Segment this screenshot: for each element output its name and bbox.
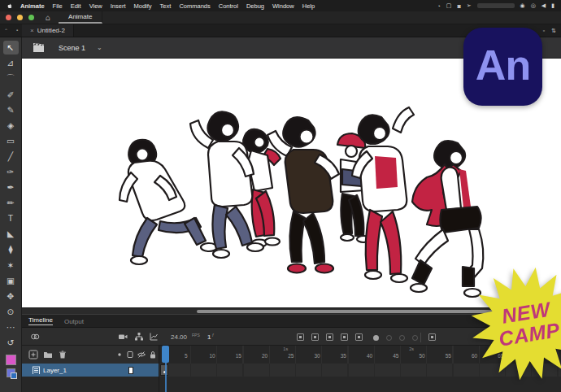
menu-view[interactable]: View [85,2,107,10]
new-layer-icon[interactable] [28,350,38,359]
stroke-fill-swap-icon[interactable] [7,368,15,377]
chevron-down-icon[interactable]: ⌄ [97,44,102,51]
paint-brush-tool[interactable]: ✑ [3,165,19,179]
menu-text[interactable]: Text [156,2,176,10]
toolbar-divider [420,333,421,342]
zoom-tool-icon: ⊙ [7,307,15,316]
menubar-status-icon[interactable]: ◔ [437,3,441,9]
line-tool[interactable]: ╱ [3,150,19,163]
menubar-status-area: ◔▢◙➢◉◎◀▮ [437,2,561,9]
new-folder-icon[interactable] [43,350,53,359]
edit-multiple-frames-icon[interactable] [355,333,363,341]
paint-bucket-tool-icon: ◣ [7,229,14,238]
hide-layers-eye-slash-icon[interactable] [137,350,146,359]
menu-insert[interactable]: Insert [107,2,130,10]
ruler-number: 10 [206,353,219,359]
pencil-tool[interactable]: ✏ [3,196,19,210]
onion-range-icon[interactable] [373,335,379,341]
ink-bottle-tool[interactable]: ⧫ [3,242,19,256]
onion-skin-outlines-icon[interactable] [341,333,348,341]
close-window-button[interactable] [6,15,11,20]
paint-bucket-tool[interactable]: ◣ [3,227,19,241]
onion-range-icon[interactable] [399,335,405,341]
home-icon[interactable]: ⌂ [46,13,50,22]
menu-modify[interactable]: Modify [130,2,156,10]
macos-menu-bar: Animate File Edit View Insert Modify Tex… [0,0,561,11]
an-logo-text: An [476,41,530,89]
playhead[interactable] [162,346,169,363]
tab-output[interactable]: Output [64,318,84,325]
hand-tool[interactable]: ✥ [3,290,19,303]
camera-tool[interactable]: ▣ [3,273,19,287]
subselection-tool[interactable]: ⊿ [3,56,19,70]
eraser-tool[interactable]: ◈ [3,118,19,132]
create-keyframe-icon[interactable] [428,333,436,341]
loop-playback-icon[interactable] [311,333,319,341]
rectangle-tool[interactable]: ▭ [3,134,19,148]
text-tool[interactable]: T [3,211,19,225]
menubar-status-icon[interactable]: ◉ [520,2,525,9]
menubar-status-icon[interactable]: ◀ [541,2,546,9]
menu-commands[interactable]: Commands [175,2,214,10]
menu-debug[interactable]: Debug [242,2,268,10]
menubar-status-icon[interactable]: ➢ [467,2,472,9]
asset-warp-tool[interactable]: ✶ [3,258,19,272]
ruler-seconds-label: 1s [283,346,288,351]
frame-rate-value[interactable]: 24.00 [171,333,187,341]
subselection-tool-icon: ⊿ [7,59,15,68]
menubar-status-icon[interactable]: ◙ [457,3,460,9]
advanced-layers-icon[interactable] [134,332,144,342]
current-frame-value[interactable]: 1 [207,333,211,341]
menu-control[interactable]: Control [215,2,242,10]
clapperboard-icon[interactable] [33,43,44,52]
tab-timeline[interactable]: Timeline [28,316,53,325]
center-frame-icon[interactable] [297,333,304,341]
minimize-window-button[interactable] [17,15,23,20]
maximize-window-button[interactable] [28,15,34,20]
more-tools[interactable]: ⋯ [3,320,19,334]
eraser-tool-icon: ◈ [7,121,14,130]
layer-row-header[interactable]: Layer_1 [22,364,159,377]
menubar-status-text [477,3,515,8]
show-all-dot-icon[interactable] [115,350,124,359]
panel-options-icon[interactable]: ▫ [543,28,545,34]
menubar-status-icon[interactable]: ▮ [551,2,554,9]
delete-layer-icon[interactable] [58,350,67,359]
selection-tool-icon: ↖ [7,43,15,52]
onion-skin-toggle-icon[interactable] [326,333,333,341]
layer-controls-header [22,346,159,364]
menu-animate[interactable]: Animate [16,2,49,10]
panel-collapse-icons[interactable]: ⌃▪ [0,28,22,33]
classic-brush-tool-icon: ✎ [7,106,15,115]
selection-tool[interactable]: ↖ [3,41,19,54]
ruler-number: 50 [415,353,428,359]
add-camera-icon[interactable] [118,332,128,342]
tool-options[interactable]: ↺ [3,336,19,350]
onion-range-icon[interactable] [386,335,392,341]
graph-editor-icon[interactable] [149,332,159,342]
menubar-status-icon[interactable]: ◎ [531,2,536,9]
onion-skin-icon[interactable] [30,332,40,342]
fill-color-swatch[interactable] [6,355,16,365]
fluid-brush-tool[interactable]: ✐ [3,87,19,101]
layer-outline-color-swatch[interactable] [128,367,133,374]
classic-brush-tool[interactable]: ✎ [3,102,19,116]
menu-edit[interactable]: Edit [67,2,85,10]
scene-breadcrumb[interactable]: Scene 1 [59,44,85,52]
layer-name[interactable]: Layer_1 [43,367,67,374]
close-document-icon[interactable]: × [30,27,34,34]
pen-tool[interactable]: ✒ [3,181,19,194]
zoom-tool[interactable]: ⊙ [3,305,19,319]
apple-menu-icon[interactable] [7,2,13,10]
menubar-status-icon[interactable]: ▢ [446,2,452,9]
lock-layers-icon[interactable] [148,350,158,359]
document-tab[interactable]: × Untitled-2 [22,24,74,37]
app-tab-animate[interactable]: Animate [59,11,102,24]
onion-range-icon[interactable] [412,335,418,341]
layer-camera-column-icon[interactable] [125,350,135,359]
menu-file[interactable]: File [49,2,67,10]
menu-window[interactable]: Window [268,2,298,10]
menu-help[interactable]: Help [298,2,319,10]
tab-scroll-icon[interactable]: ⇅ [551,28,556,34]
lasso-tool[interactable]: ⌒ [3,72,19,85]
